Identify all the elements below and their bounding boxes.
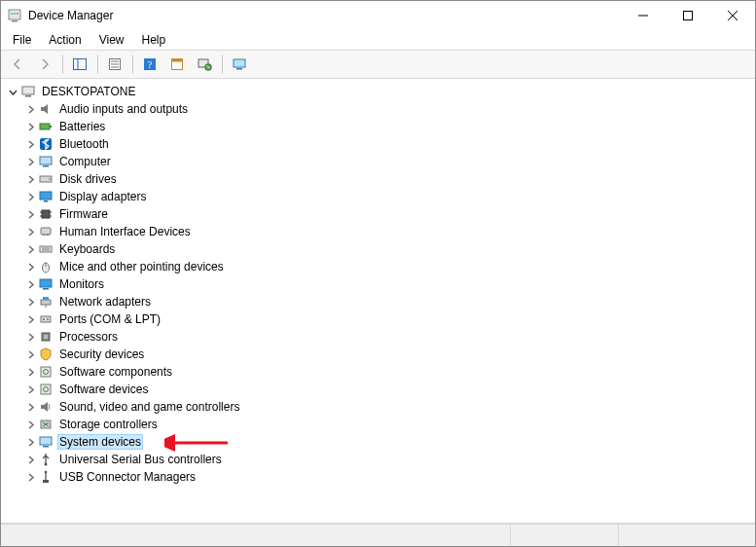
expander-icon[interactable] [22,241,38,257]
svg-rect-62 [40,437,52,445]
svg-point-40 [43,234,45,236]
window-controls [621,1,755,30]
device-manager-window: Device Manager File Action View Help ? D… [0,0,756,547]
svg-point-3 [14,13,16,15]
show-hide-console-tree-button[interactable] [67,53,92,76]
tree-item-label: System devices [57,434,143,450]
svg-rect-19 [198,59,208,67]
svg-point-66 [45,471,48,474]
expander-icon[interactable] [22,101,38,117]
device-tree-panel[interactable]: DESKTOPATONEAudio inputs and outputsBatt… [1,79,755,524]
expander-icon[interactable] [5,84,20,99]
tree-item-label: Ports (COM & LPT) [57,312,162,326]
svg-rect-56 [44,335,48,339]
tree-item-label: Mice and other pointing devices [57,260,226,274]
expander-icon[interactable] [22,417,38,432]
expander-icon[interactable] [22,329,38,345]
svg-rect-21 [234,59,245,67]
tree-root[interactable]: DESKTOPATONE [5,83,755,100]
network-icon [38,294,54,310]
computer-icon [20,84,36,99]
tree-item-label: Processors [57,330,120,344]
expander-icon[interactable] [22,276,38,292]
tree-item-mice-and-other-pointing-devices[interactable]: Mice and other pointing devices [5,258,755,275]
menubar: File Action View Help [1,30,755,50]
tree-item-ports-com-lpt[interactable]: Ports (COM & LPT) [5,310,755,328]
expander-icon[interactable] [22,311,38,327]
svg-point-41 [47,234,49,236]
expander-icon[interactable] [22,294,38,310]
svg-rect-32 [40,192,52,200]
tree-item-disk-drives[interactable]: Disk drives [5,170,755,188]
tree-item-batteries[interactable]: Batteries [5,118,755,135]
tree-item-human-interface-devices[interactable]: Human Interface Devices [5,223,755,240]
tree-item-usb-connector-managers[interactable]: USB Connector Managers [5,468,755,486]
svg-point-2 [11,13,13,15]
svg-rect-63 [43,446,49,448]
disk-icon [38,171,54,187]
menu-file[interactable]: File [5,31,39,49]
back-button[interactable] [5,53,30,76]
tree-item-universal-serial-bus-controllers[interactable]: Universal Serial Bus controllers [5,451,755,468]
expander-icon[interactable] [22,259,38,274]
menu-view[interactable]: View [91,31,132,49]
monitor-icon [38,276,54,292]
tree-item-software-components[interactable]: Software components [5,363,755,381]
tree-item-label: Computer [57,155,113,168]
expander-icon[interactable] [22,469,38,485]
expander-icon[interactable] [22,136,38,152]
tree-item-system-devices[interactable]: System devices [5,433,755,451]
minimize-button[interactable] [621,1,666,30]
scan-hardware-button[interactable] [192,53,217,76]
expander-icon[interactable] [22,452,38,467]
tree-item-label: Audio inputs and outputs [57,102,190,116]
forward-button[interactable] [32,53,57,76]
status-cell-left [1,525,511,546]
tree-item-display-adapters[interactable]: Display adapters [5,188,755,205]
action-center-button[interactable] [164,53,190,76]
tree-item-bluetooth[interactable]: Bluetooth [5,135,755,153]
maximize-button[interactable] [666,1,710,30]
svg-point-53 [43,318,45,320]
svg-point-4 [17,13,18,15]
tree-item-monitors[interactable]: Monitors [5,275,755,293]
close-button[interactable] [710,1,755,30]
tree-item-processors[interactable]: Processors [5,328,755,346]
menu-help[interactable]: Help [134,31,174,49]
tree-item-keyboards[interactable]: Keyboards [5,240,755,258]
help-button[interactable]: ? [137,53,162,76]
svg-rect-47 [40,279,52,287]
expander-icon[interactable] [22,399,38,415]
expander-icon[interactable] [22,224,38,239]
properties-button[interactable] [102,53,127,76]
toolbar-separator [61,55,63,74]
expander-icon[interactable] [22,154,38,169]
expander-icon[interactable] [22,364,38,380]
tree-item-firmware[interactable]: Firmware [5,205,755,223]
expander-icon[interactable] [22,206,38,222]
tree-item-audio-inputs-and-outputs[interactable]: Audio inputs and outputs [5,100,755,118]
tree-item-network-adapters[interactable]: Network adapters [5,293,755,310]
tree-item-security-devices[interactable]: Security devices [5,346,755,363]
expander-icon[interactable] [22,346,38,362]
window-title: Device Manager [28,9,113,22]
expander-icon[interactable] [22,434,38,450]
expander-icon[interactable] [22,119,38,134]
security-icon [38,346,54,362]
svg-rect-23 [22,87,34,94]
expander-icon[interactable] [22,171,38,187]
devices-by-connection-button[interactable] [227,53,252,76]
expander-icon[interactable] [22,189,38,204]
svg-rect-1 [12,20,18,22]
svg-rect-49 [41,300,51,305]
titlebar-left: Device Manager [7,8,113,23]
tree-item-label: Software devices [57,383,150,396]
statusbar [1,524,755,546]
menu-action[interactable]: Action [41,31,89,49]
tree-item-software-devices[interactable]: Software devices [5,381,755,398]
expander-icon[interactable] [22,382,38,397]
usb-icon [38,452,54,467]
tree-item-computer[interactable]: Computer [5,153,755,170]
tree-item-sound-video-and-game-controllers[interactable]: Sound, video and game controllers [5,398,755,416]
tree-item-storage-controllers[interactable]: Storage controllers [5,416,755,433]
